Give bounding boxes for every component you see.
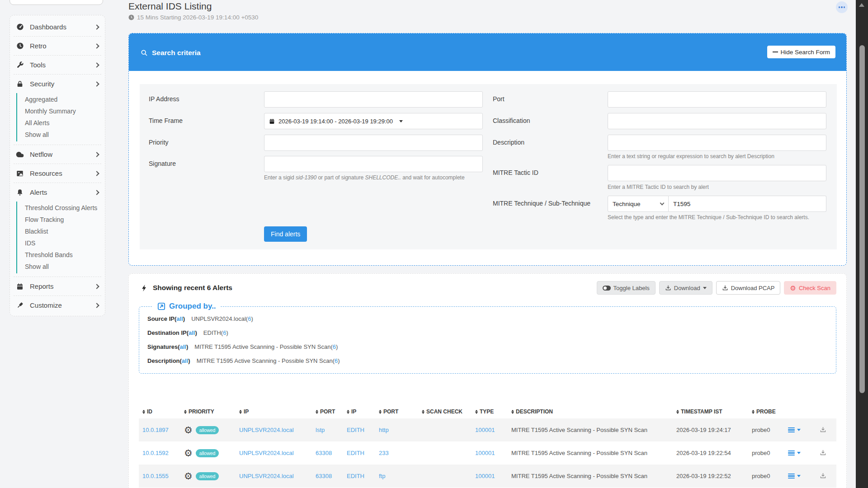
column-header-timestamp[interactable]: TIMESTAMP IST xyxy=(673,408,748,415)
grouped-all-link[interactable]: all xyxy=(176,315,183,322)
grouped-by-fieldset: Grouped by.. Source IP(all)UNPLSVR2024.l… xyxy=(139,302,836,374)
type-link[interactable]: 100001 xyxy=(475,473,495,479)
dest-port-link[interactable]: 233 xyxy=(379,450,389,456)
column-header-dst-port[interactable]: PORT xyxy=(375,408,418,415)
sidebar-item-dashboards[interactable]: Dashboards xyxy=(10,18,105,36)
description-cell: MITRE T1595 Active Scanning - Possible S… xyxy=(508,450,673,456)
sort-icon xyxy=(184,410,187,414)
sidebar-item-tools[interactable]: Tools xyxy=(10,56,105,74)
sidebar-item-label: Security xyxy=(30,80,54,88)
sidebar-item-all-alerts[interactable]: All Alerts xyxy=(17,117,105,129)
column-header-priority[interactable]: PRIORITY xyxy=(180,408,236,415)
port-label: Port xyxy=(493,95,505,103)
scroll-up-arrow-icon[interactable] xyxy=(859,3,864,7)
sort-icon xyxy=(475,410,478,414)
row-menu-button[interactable] xyxy=(788,474,801,479)
signature-field[interactable] xyxy=(264,156,483,172)
column-header-description[interactable]: DESCRIPTION xyxy=(508,408,673,415)
grouped-all-link[interactable]: all xyxy=(180,343,186,350)
gavel-icon xyxy=(15,301,24,309)
row-download-icon[interactable] xyxy=(820,449,826,457)
alert-id-link[interactable]: 10.0.1897 xyxy=(142,427,169,433)
sidebar: Dashboards Retro Tools Security Aggregat… xyxy=(9,15,105,316)
sidebar-item-label: Retro xyxy=(30,42,47,50)
sidebar-item-flow-tracking[interactable]: Flow Tracking xyxy=(17,214,105,225)
signature-label: Signature xyxy=(149,160,176,167)
sidebar-item-resources[interactable]: Resources xyxy=(10,164,105,183)
sidebar-search-input[interactable] xyxy=(9,0,103,5)
sidebar-item-reports[interactable]: Reports xyxy=(10,277,105,296)
grouped-all-link[interactable]: all xyxy=(189,329,195,336)
source-ip-link[interactable]: UNPLSVR2024.local xyxy=(239,450,294,456)
row-download-icon[interactable] xyxy=(820,472,826,480)
sidebar-item-alerts[interactable]: Alerts xyxy=(10,183,105,202)
alerts-title: Showing recent 6 Alerts xyxy=(141,284,232,292)
source-ip-link[interactable]: UNPLSVR2024.local xyxy=(239,473,294,479)
scrollbar-thumb[interactable] xyxy=(859,45,865,393)
more-options-button[interactable] xyxy=(836,1,848,13)
column-header-dst-ip[interactable]: IP xyxy=(343,408,375,415)
sidebar-item-retro[interactable]: Retro xyxy=(10,37,105,55)
hide-search-form-button[interactable]: Hide Search Form xyxy=(767,46,835,58)
mitre-tactic-field[interactable] xyxy=(608,165,826,181)
sidebar-item-show-all-security[interactable]: Show all xyxy=(17,129,105,141)
ellipsis-icon xyxy=(839,6,845,8)
description-field[interactable] xyxy=(608,135,826,151)
type-link[interactable]: 100001 xyxy=(475,427,495,433)
toggle-labels-button[interactable]: Toggle Labels xyxy=(597,281,656,295)
sidebar-item-threshold-bands[interactable]: Threshold Bands xyxy=(17,249,105,261)
sidebar-item-threshold-crossing-alerts[interactable]: Threshold Crossing Alerts xyxy=(17,202,105,214)
chevron-down-icon xyxy=(660,201,665,206)
download-pcap-button[interactable]: Download PCAP xyxy=(716,281,781,295)
column-header-src-port[interactable]: PORT xyxy=(312,408,343,415)
column-header-src-ip[interactable]: IP xyxy=(236,408,312,415)
row-menu-button[interactable] xyxy=(788,427,801,433)
time-frame-label: Time Frame xyxy=(149,117,183,124)
sidebar-item-customize[interactable]: Customize xyxy=(10,296,105,314)
sidebar-item-netflow[interactable]: Netflow xyxy=(10,145,105,164)
time-frame-field[interactable]: 2026-03-19 19:14:00 - 2026-03-19 19:29:0… xyxy=(264,113,483,129)
sidebar-item-ids[interactable]: IDS xyxy=(17,237,105,249)
grouped-all-link[interactable]: all xyxy=(182,357,188,364)
source-port-link[interactable]: 63308 xyxy=(316,450,332,456)
sidebar-item-monthly-summary[interactable]: Monthly Summary xyxy=(17,105,105,117)
page-title: External IDS Listing xyxy=(128,1,212,12)
dest-ip-link[interactable]: EDITH xyxy=(347,427,364,433)
column-header-scan-check[interactable]: SCAN CHECK xyxy=(418,408,472,415)
mitre-technique-type-select[interactable]: Technique xyxy=(608,196,669,212)
alerts-table: ID PRIORITY IP PORT IP PORT SCAN CHECK T… xyxy=(139,405,836,488)
mitre-technique-field[interactable] xyxy=(669,196,826,212)
alert-id-link[interactable]: 10.0.1555 xyxy=(142,473,169,479)
port-field[interactable] xyxy=(608,91,826,108)
dest-ip-link[interactable]: EDITH xyxy=(347,473,364,479)
classification-field[interactable] xyxy=(608,113,826,129)
source-port-link[interactable]: lstp xyxy=(316,427,325,433)
source-ip-link[interactable]: UNPLSVR2024.local xyxy=(239,427,294,433)
type-link[interactable]: 100001 xyxy=(475,450,495,456)
status-badge: allowed xyxy=(196,449,219,457)
dest-port-link[interactable]: http xyxy=(379,427,389,433)
check-scan-button[interactable]: ⚙ Check Scan xyxy=(784,281,836,295)
sidebar-item-aggregated[interactable]: Aggregated xyxy=(17,94,105,105)
download-button[interactable]: Download xyxy=(659,281,712,295)
ip-address-field[interactable] xyxy=(264,91,483,108)
dest-ip-link[interactable]: EDITH xyxy=(347,450,364,456)
sidebar-item-show-all-alerts[interactable]: Show all xyxy=(17,261,105,272)
source-port-link[interactable]: 63308 xyxy=(316,473,332,479)
column-header-probe[interactable]: PROBE xyxy=(748,408,784,415)
sidebar-item-security[interactable]: Security xyxy=(10,75,105,93)
grouped-count-link[interactable]: 6 xyxy=(333,343,336,350)
row-download-icon[interactable] xyxy=(820,426,826,434)
security-submenu: Aggregated Monthly Summary All Alerts Sh… xyxy=(16,93,105,141)
alert-id-link[interactable]: 10.0.1592 xyxy=(142,450,169,456)
row-menu-button[interactable] xyxy=(788,450,801,456)
find-alerts-button[interactable]: Find alerts xyxy=(264,226,307,242)
column-header-id[interactable]: ID xyxy=(139,408,180,415)
priority-field[interactable] xyxy=(264,135,483,151)
chevron-right-icon xyxy=(94,190,99,195)
minus-icon xyxy=(773,52,778,52)
column-header-type[interactable]: TYPE xyxy=(472,408,508,415)
dest-port-link[interactable]: ftp xyxy=(379,473,385,479)
scrollbar[interactable] xyxy=(856,0,868,488)
sidebar-item-blacklist[interactable]: Blacklist xyxy=(17,225,105,237)
